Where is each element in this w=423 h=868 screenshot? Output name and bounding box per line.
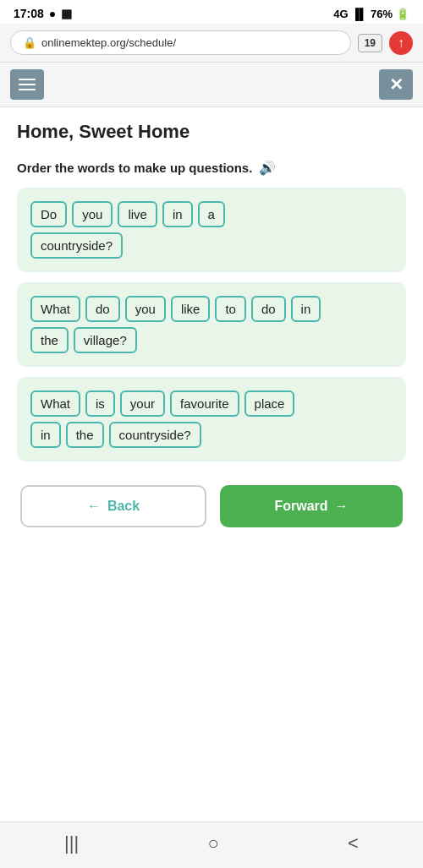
forward-arrow-icon: → [335,499,349,514]
url-bar[interactable]: 🔒 onlinemektep.org/schedule/ [10,30,351,55]
wifi-icon: ▦ [61,7,72,20]
word-line-2-2: the village? [30,327,393,353]
word-chip[interactable]: place [244,390,295,417]
page-content: Home, Sweet Home Order the words to make… [0,107,423,822]
word-chip[interactable]: countryside? [109,422,201,448]
time-display: 17:08 [14,7,44,20]
network-type: 4G [333,8,348,20]
recent-apps-button[interactable]: ||| [64,833,79,854]
battery-level: 76% [371,8,393,20]
signal-icon: ● [49,7,56,20]
word-chip[interactable]: do [251,296,286,322]
word-chip[interactable]: countryside? [30,232,123,259]
hamburger-icon [19,79,36,90]
home-button[interactable]: ○ [207,833,218,854]
back-nav-button[interactable]: < [348,833,359,854]
url-text: onlinemektep.org/schedule/ [41,36,176,49]
word-chip[interactable]: to [215,296,246,322]
back-arrow-icon: ← [87,499,101,514]
word-chip[interactable]: live [118,201,157,227]
battery-icon: 🔋 [396,8,409,20]
word-chip[interactable]: the [66,422,104,448]
sentence-card-1: Do you live in a countryside? [17,188,406,272]
word-line-2-1: What do you like to do in [30,296,393,322]
word-line-3-1: What is your favourite place [30,390,393,417]
navigation-buttons: ← Back Forward → [17,485,406,527]
menu-button[interactable] [10,69,44,100]
tab-count[interactable]: 19 [358,34,382,52]
address-bar: 🔒 onlinemektep.org/schedule/ 19 ↑ [0,24,423,63]
instruction-text: Order the words to make up questions. 🔊 [17,160,406,176]
word-chip[interactable]: you [125,296,166,322]
word-chip[interactable]: the [30,327,69,353]
sentence-card-3: What is your favourite place in the coun… [17,377,406,461]
back-button[interactable]: ← Back [20,485,206,527]
status-bar: 17:08 ● ▦ 4G ▐▌ 76% 🔋 [0,0,423,24]
word-line-1-1: Do you live in a [30,201,393,227]
signal-bars: ▐▌ [352,8,367,20]
back-label: Back [107,499,140,514]
word-line-3-2: in the countryside? [30,422,393,448]
word-chip[interactable]: in [291,296,321,322]
forward-label: Forward [274,499,327,514]
word-chip[interactable]: What [30,296,80,322]
close-button[interactable]: ✕ [379,69,413,100]
word-chip[interactable]: in [162,201,193,227]
word-chip[interactable]: is [85,390,115,417]
bottom-nav: ||| ○ < [0,822,423,868]
word-chip[interactable]: a [198,201,225,227]
word-chip[interactable]: favourite [170,390,239,417]
word-chip[interactable]: village? [74,327,137,353]
word-chip[interactable]: you [72,201,113,227]
toolbar: ✕ [0,63,423,107]
page-title: Home, Sweet Home [17,121,406,143]
word-chip[interactable]: like [171,296,211,322]
forward-button[interactable]: Forward → [220,485,403,527]
word-chip[interactable]: do [85,296,120,322]
word-chip[interactable]: your [120,390,165,417]
word-line-1-2: countryside? [30,232,393,259]
lock-icon: 🔒 [23,36,36,49]
word-chip[interactable]: What [30,390,80,417]
sentence-card-2: What do you like to do in the village? [17,282,406,367]
close-tab-button[interactable]: ↑ [389,31,413,55]
word-chip[interactable]: Do [30,201,67,227]
word-chip[interactable]: in [30,422,61,448]
speaker-icon[interactable]: 🔊 [259,160,276,176]
